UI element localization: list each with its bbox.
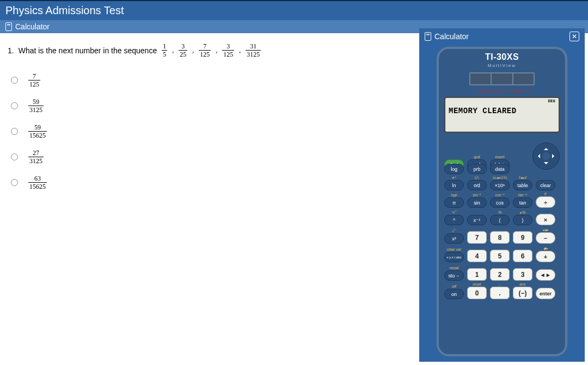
divide-button[interactable]: ÷: [536, 196, 555, 208]
radio-icon[interactable]: [11, 102, 18, 109]
calculator-panel: Calculator ✕ TI-30XS MultiView ✦ TEXAS I…: [419, 28, 585, 362]
calculator-icon: [425, 32, 431, 41]
clear-button[interactable]: clear: [536, 180, 555, 190]
data-button[interactable]: data: [490, 164, 510, 174]
plus-button[interactable]: +: [536, 251, 555, 262]
page-title-bar: Physics Admissions Test: [0, 0, 588, 20]
four-button[interactable]: 4: [467, 250, 487, 262]
eight-button[interactable]: 8: [490, 231, 510, 244]
calculator-panel-title: Calculator: [434, 32, 469, 41]
sequence-term: 325: [179, 43, 187, 58]
calculator-icon: [5, 22, 12, 31]
arrow-down-icon[interactable]: [544, 162, 548, 166]
calc-subtitle: MultiView: [444, 63, 560, 68]
pi-button[interactable]: π: [444, 197, 464, 208]
arrow-right-icon[interactable]: [552, 154, 556, 158]
negate-button[interactable]: (−): [513, 287, 532, 299]
angle-mode-indicator: DEG: [548, 99, 555, 103]
caret-button[interactable]: ^: [444, 215, 464, 225]
radio-icon[interactable]: [11, 179, 18, 186]
five-button[interactable]: 5: [490, 250, 510, 262]
xabc-button[interactable]: x y z t abc: [444, 252, 464, 262]
two-button[interactable]: 2: [490, 268, 510, 281]
calc-screen: DEG MEMORY CLEARED: [444, 97, 560, 133]
option-fraction: 273125: [28, 150, 44, 164]
enter-button[interactable]: enter: [536, 288, 555, 299]
toggle-button[interactable]: ◂ ▸: [536, 269, 555, 281]
page-title: Physics Admissions Test: [5, 4, 124, 16]
calc-brand: ✦ TEXAS INSTRUMENTS: [444, 89, 560, 94]
calc-model: TI-30XS: [444, 52, 560, 62]
nd-button[interactable]: n⁄d: [467, 180, 487, 190]
screen-text: MEMORY CLEARED: [449, 107, 555, 115]
sequence-term: 3125: [222, 43, 234, 58]
sequence-term: 15: [162, 43, 167, 58]
rparen-button[interactable]: ): [513, 215, 532, 225]
option-fraction: 593125: [28, 98, 44, 113]
keypad: 2nd quitmode insertdelete: [444, 137, 560, 299]
radio-icon[interactable]: [11, 128, 18, 135]
sequence-term: 7125: [199, 43, 211, 58]
lparen-button[interactable]: (: [490, 215, 510, 225]
prb-button[interactable]: prb: [467, 164, 487, 174]
arrow-left-icon[interactable]: [536, 154, 540, 158]
radio-icon[interactable]: [11, 153, 18, 160]
option-fraction: 7125: [28, 73, 40, 88]
multiply-button[interactable]: ×: [536, 214, 555, 225]
zero-button[interactable]: 0: [467, 287, 487, 299]
minus-button[interactable]: −: [536, 232, 555, 244]
six-button[interactable]: 6: [513, 250, 532, 262]
table-button[interactable]: table: [513, 180, 532, 190]
ln-button[interactable]: ln: [444, 180, 464, 190]
sin-button[interactable]: sin: [467, 197, 487, 208]
seven-button[interactable]: 7: [467, 231, 487, 244]
dpad[interactable]: [532, 143, 560, 170]
calculator-toggle-label: Calculator: [15, 22, 50, 31]
xinv-button[interactable]: x⁻¹: [467, 215, 487, 225]
tan-button[interactable]: tan: [513, 197, 532, 208]
ti30xs-calculator: TI-30XS MultiView ✦ TEXAS INSTRUMENTS DE…: [437, 47, 567, 356]
nine-button[interactable]: 9: [513, 231, 532, 244]
xsq-button[interactable]: x²: [444, 233, 464, 244]
sequence-term: 313125: [246, 43, 261, 58]
three-button[interactable]: 3: [513, 268, 532, 281]
on-button[interactable]: on: [444, 289, 464, 299]
close-button[interactable]: ✕: [569, 32, 579, 41]
log-button[interactable]: log: [444, 164, 464, 174]
option-fraction: 6315625: [28, 175, 47, 190]
dot-button[interactable]: .: [490, 287, 510, 299]
cos-button[interactable]: cos: [490, 197, 510, 208]
close-icon: ✕: [572, 33, 577, 40]
question-text: What is the next number in the sequence: [19, 46, 157, 55]
x10n-button[interactable]: ×10ⁿ: [490, 180, 510, 190]
calculator-panel-header: Calculator ✕: [419, 28, 585, 45]
solar-strip: [469, 72, 535, 85]
radio-icon[interactable]: [11, 77, 18, 84]
option-fraction: 5915625: [28, 124, 47, 139]
sto-button[interactable]: sto→: [444, 270, 464, 281]
arrow-up-icon[interactable]: [544, 146, 548, 150]
one-button[interactable]: 1: [467, 268, 487, 281]
question-number: 1.: [8, 46, 14, 55]
